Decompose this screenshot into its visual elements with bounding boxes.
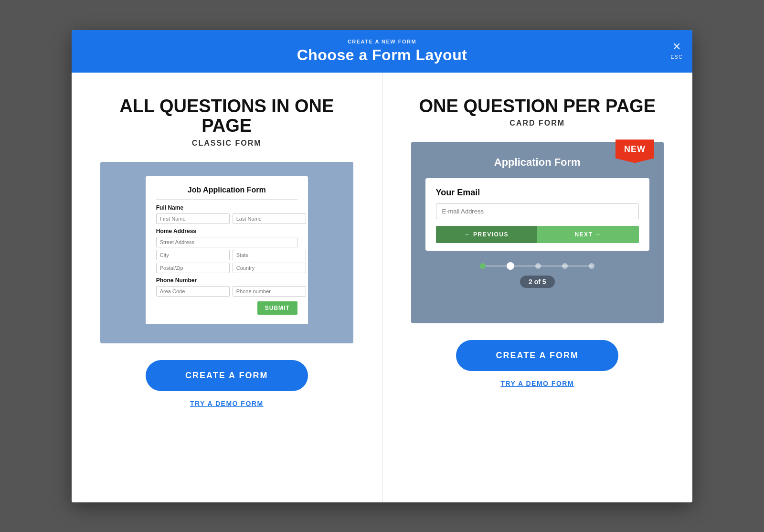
form-divider <box>156 199 297 200</box>
card-prev-button[interactable]: ← PREVIOUS <box>436 226 538 243</box>
progress-dot-3 <box>535 263 541 269</box>
city-state-row <box>156 250 297 260</box>
new-badge: NEW <box>615 139 654 163</box>
home-address-label: Home Address <box>156 228 297 234</box>
classic-panel-subtitle: CLASSIC FORM <box>192 139 262 148</box>
classic-form-title: Job Application Form <box>156 186 297 194</box>
classic-preview-area: Job Application Form Full Name Home Addr… <box>100 162 353 343</box>
phone-row <box>156 286 297 297</box>
last-name-input[interactable] <box>233 213 306 224</box>
close-icon: ✕ <box>670 42 683 52</box>
modal-body: ALL QUESTIONS IN ONE PAGE CLASSIC FORM J… <box>72 73 692 502</box>
state-input[interactable] <box>233 250 306 260</box>
classic-create-form-button[interactable]: CREATE A FORM <box>146 360 308 391</box>
classic-form-panel: ALL QUESTIONS IN ONE PAGE CLASSIC FORM J… <box>72 73 382 502</box>
submit-button[interactable]: SUBMIT <box>257 301 297 315</box>
progress-dot-4 <box>562 263 568 269</box>
first-name-input[interactable] <box>156 213 230 224</box>
card-email-input[interactable] <box>436 203 639 219</box>
street-input[interactable] <box>156 237 297 247</box>
card-panel-subtitle: CARD FORM <box>509 119 565 128</box>
classic-panel-title: ALL QUESTIONS IN ONE PAGE <box>100 96 353 137</box>
card-question-label: Your Email <box>436 188 639 198</box>
card-form-panel: ONE QUESTION PER PAGE CARD FORM NEW Appl… <box>382 73 693 502</box>
modal-container: CREATE A NEW FORM Choose a Form Layout ✕… <box>72 30 692 502</box>
modal-header: CREATE A NEW FORM Choose a Form Layout ✕… <box>72 30 692 73</box>
progress-dot-1 <box>480 263 486 269</box>
phone-number-input[interactable] <box>233 286 306 297</box>
page-indicator: 2 of 5 <box>520 276 555 288</box>
card-white-box: Your Email ← PREVIOUS NEXT → <box>425 178 650 251</box>
phone-label: Phone Number <box>156 277 297 284</box>
card-demo-link[interactable]: TRY A DEMO FORM <box>500 380 574 387</box>
progress-dot-2 <box>507 262 514 270</box>
progress-section: 2 of 5 <box>425 254 650 288</box>
submit-row: SUBMIT <box>156 301 297 315</box>
card-create-form-button[interactable]: CREATE A FORM <box>456 340 618 371</box>
modal-title: Choose a Form Layout <box>81 46 683 64</box>
card-nav-row: ← PREVIOUS NEXT → <box>436 226 639 243</box>
area-code-input[interactable] <box>156 286 230 297</box>
classic-demo-link[interactable]: TRY A DEMO FORM <box>190 400 264 407</box>
progress-dot-5 <box>589 263 594 269</box>
card-preview-area: Application Form Your Email ← PREVIOUS N… <box>411 142 664 323</box>
full-name-label: Full Name <box>156 204 297 211</box>
classic-form-card: Job Application Form Full Name Home Addr… <box>146 176 308 324</box>
full-name-row <box>156 213 297 224</box>
postal-country-row <box>156 263 297 273</box>
postal-input[interactable] <box>156 263 230 273</box>
card-panel-title: ONE QUESTION PER PAGE <box>419 96 656 117</box>
city-input[interactable] <box>156 250 230 260</box>
modal-subtitle: CREATE A NEW FORM <box>81 39 683 44</box>
card-next-button[interactable]: NEXT → <box>537 226 639 243</box>
esc-label: ESC <box>670 54 683 60</box>
close-button[interactable]: ✕ ESC <box>670 42 683 61</box>
progress-dots <box>469 262 605 270</box>
card-preview-wrapper: NEW Application Form Your Email ← PREVIO… <box>411 142 664 323</box>
country-input[interactable] <box>233 263 306 273</box>
